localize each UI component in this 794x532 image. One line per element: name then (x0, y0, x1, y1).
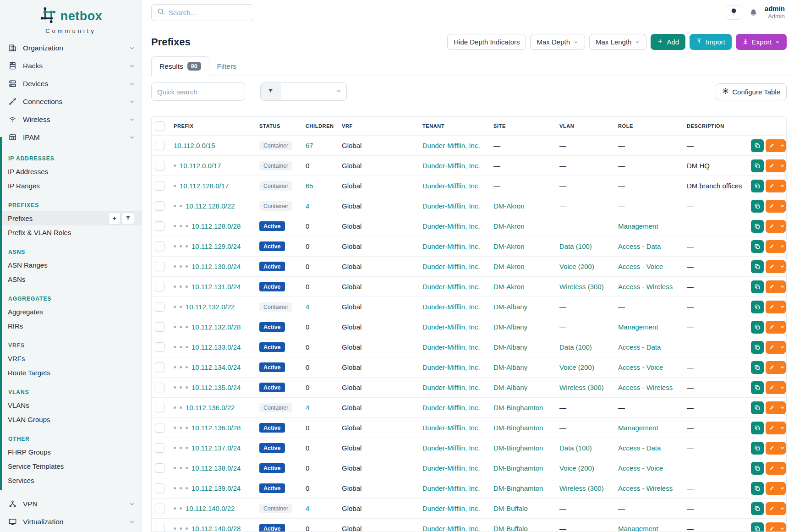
copy-button[interactable] (751, 502, 764, 515)
copy-button[interactable] (751, 280, 764, 293)
role-link[interactable]: Access - Wireless (618, 484, 673, 492)
tenant-link[interactable]: Dunder-Mifflin, Inc. (422, 464, 480, 472)
edit-dropdown-toggle[interactable] (778, 364, 786, 370)
children-count-link[interactable]: 67 (306, 142, 313, 149)
sidebar-item-wireless[interactable]: Wireless (0, 110, 142, 128)
site-link[interactable]: DM-Albany (493, 303, 527, 311)
vlan-link[interactable]: Data (100) (559, 444, 592, 452)
sidebar-item-rirs[interactable]: RIRs (0, 319, 142, 333)
edit-button[interactable] (766, 220, 786, 233)
edit-button[interactable] (766, 381, 786, 394)
copy-button[interactable] (751, 482, 764, 495)
site-link[interactable]: DM-Albany (493, 363, 527, 371)
tenant-link[interactable]: Dunder-Mifflin, Inc. (422, 384, 480, 391)
tenant-link[interactable]: Dunder-Mifflin, Inc. (422, 323, 480, 331)
edit-dropdown-toggle[interactable] (778, 425, 786, 431)
select-all-checkbox[interactable] (155, 121, 164, 131)
row-checkbox[interactable] (155, 262, 164, 271)
tenant-link[interactable]: Dunder-Mifflin, Inc. (422, 363, 480, 371)
edit-dropdown-toggle[interactable] (778, 284, 786, 290)
edit-button[interactable] (766, 502, 786, 515)
copy-button[interactable] (751, 381, 764, 394)
row-checkbox[interactable] (155, 161, 164, 170)
row-checkbox[interactable] (155, 221, 164, 231)
row-checkbox[interactable] (155, 322, 164, 332)
row-checkbox[interactable] (155, 463, 164, 473)
prefix-link[interactable]: 10.112.135.0/24 (192, 384, 241, 391)
sidebar-item-ip-addresses[interactable]: IP Addresses (0, 165, 142, 179)
sidebar-item-asns[interactable]: ASNs (0, 272, 142, 286)
max-depth-dropdown[interactable]: Max Depth (530, 34, 585, 50)
children-count-link[interactable]: 4 (306, 202, 309, 210)
vlan-link[interactable]: Wireless (300) (559, 283, 604, 291)
export-dropdown-button[interactable]: Export (736, 34, 787, 50)
tenant-link[interactable]: Dunder-Mifflin, Inc. (422, 505, 480, 512)
sidebar-item-connections[interactable]: Connections (0, 93, 142, 110)
brand[interactable]: netbox Community (0, 0, 142, 39)
edit-button[interactable] (766, 180, 786, 192)
copy-button[interactable] (751, 139, 764, 152)
edit-button[interactable] (766, 301, 786, 313)
edit-button[interactable] (766, 280, 786, 293)
children-count-link[interactable]: 65 (306, 182, 313, 190)
max-length-dropdown[interactable]: Max Length (589, 34, 646, 50)
edit-dropdown-toggle[interactable] (778, 304, 786, 310)
edit-dropdown-toggle[interactable] (778, 203, 786, 209)
edit-button[interactable] (766, 321, 786, 334)
site-link[interactable]: DM-Buffalo (493, 525, 528, 532)
edit-dropdown-toggle[interactable] (778, 143, 786, 148)
site-link[interactable]: DM-Binghamton (493, 444, 543, 452)
children-count-link[interactable]: 4 (306, 505, 309, 512)
copy-button[interactable] (751, 159, 764, 172)
site-link[interactable]: DM-Akron (493, 202, 525, 210)
sidebar-item-racks[interactable]: Racks (0, 57, 142, 75)
row-checkbox[interactable] (155, 383, 164, 392)
prefix-link[interactable]: 10.112.136.0/22 (186, 404, 235, 411)
prefix-link[interactable]: 10.112.129.0/24 (192, 242, 241, 250)
copy-button[interactable] (751, 301, 764, 313)
tenant-link[interactable]: Dunder-Mifflin, Inc. (422, 424, 480, 432)
site-link[interactable]: DM-Binghamton (493, 464, 543, 472)
prefix-link[interactable]: 10.112.0.0/15 (174, 142, 215, 149)
tenant-link[interactable]: Dunder-Mifflin, Inc. (422, 404, 480, 411)
copy-button[interactable] (751, 220, 764, 233)
role-link[interactable]: Access - Data (618, 343, 661, 351)
row-checkbox[interactable] (155, 403, 164, 412)
notifications-bell-icon[interactable] (749, 8, 758, 17)
tenant-link[interactable]: Dunder-Mifflin, Inc. (422, 444, 480, 452)
row-checkbox[interactable] (155, 342, 164, 352)
copy-button[interactable] (751, 200, 764, 213)
vlan-link[interactable]: Wireless (300) (559, 384, 604, 391)
site-link[interactable]: DM-Binghamton (493, 484, 543, 492)
site-link[interactable]: DM-Albany (493, 323, 527, 331)
role-link[interactable]: Access - Wireless (618, 283, 673, 291)
edit-dropdown-toggle[interactable] (778, 384, 786, 390)
row-checkbox[interactable] (155, 282, 164, 291)
role-link[interactable]: Access - Wireless (618, 384, 673, 391)
sidebar-item-devices[interactable]: Devices (0, 75, 142, 93)
vlan-link[interactable]: Data (100) (559, 343, 592, 351)
copy-button[interactable] (751, 401, 764, 414)
user-menu[interactable]: admin Admin (765, 5, 785, 20)
edit-dropdown-toggle[interactable] (778, 344, 786, 350)
dark-mode-toggle[interactable] (726, 5, 742, 20)
edit-button[interactable] (766, 341, 786, 354)
tenant-link[interactable]: Dunder-Mifflin, Inc. (422, 343, 480, 351)
edit-dropdown-toggle[interactable] (778, 324, 786, 330)
site-link[interactable]: DM-Akron (493, 222, 525, 230)
sidebar-item-organization[interactable]: Organization (0, 39, 142, 57)
copy-button[interactable] (751, 180, 764, 192)
row-checkbox[interactable] (155, 302, 164, 312)
edit-dropdown-toggle[interactable] (778, 485, 786, 491)
row-checkbox[interactable] (155, 201, 164, 211)
site-link[interactable]: DM-Albany (493, 343, 527, 351)
sidebar-item-asn-ranges[interactable]: ASN Ranges (0, 258, 142, 272)
sidebar-item-vlans[interactable]: VLANs (0, 398, 142, 412)
prefix-link[interactable]: 10.112.131.0/24 (192, 283, 241, 291)
filter-button[interactable] (260, 82, 280, 101)
role-link[interactable]: Management (618, 323, 658, 331)
sidebar-item-services[interactable]: Services (0, 473, 142, 488)
edit-button[interactable] (766, 401, 786, 414)
row-checkbox[interactable] (155, 181, 164, 191)
role-link[interactable]: Access - Data (618, 242, 661, 250)
